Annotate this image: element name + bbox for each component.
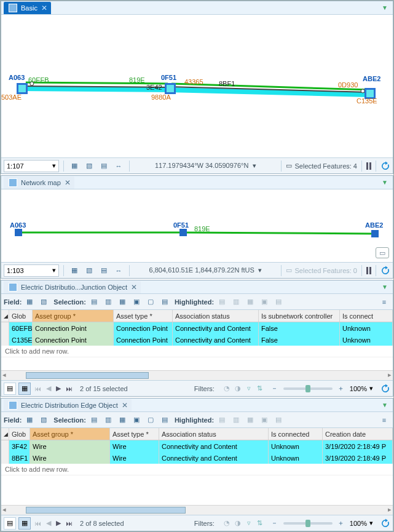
tool-icon-2[interactable]: ▧ <box>83 264 95 277</box>
zoom-out-icon[interactable]: － <box>269 517 281 530</box>
field-calc-icon[interactable]: ▧ <box>37 296 50 308</box>
nm-node-b[interactable] <box>179 229 187 236</box>
nm-node-a[interactable] <box>15 229 22 236</box>
sel-icon-6[interactable]: ▤ <box>159 296 171 308</box>
filter-extent-icon[interactable]: ▿ <box>244 519 254 528</box>
dropdown-icon[interactable]: ▼ <box>379 4 390 11</box>
new-row[interactable]: Click to add new row. <box>1 346 393 357</box>
hscroll[interactable]: ◂ ▸ <box>1 505 393 515</box>
tool-icon-3[interactable]: ▤ <box>98 264 110 277</box>
edge-toolbar: Field: ▦ ▧ Selection: ▤ ▥ ▦ ▣ ▢ ▤ Highli… <box>1 412 393 428</box>
zoom-in-icon[interactable]: ＋ <box>335 517 347 530</box>
sel-icon-3[interactable]: ▦ <box>116 414 128 426</box>
sel-icon-3[interactable]: ▦ <box>116 296 128 308</box>
overview-icon[interactable]: ▭ <box>376 247 389 258</box>
view-selected-button[interactable]: ▦ <box>18 517 31 530</box>
table-row[interactable]: 60EFB Connection Point Connection Point … <box>1 322 393 334</box>
sel-icon-1[interactable]: ▤ <box>88 414 100 426</box>
edge-grid[interactable]: ◢ Glob Asset group * Asset type * Associ… <box>1 428 393 515</box>
last-icon[interactable]: ⏭ <box>65 385 74 392</box>
coordinates[interactable]: 6,804,610.51E 1,844,879.22N ftUS ▾ <box>134 266 277 274</box>
field-add-icon[interactable]: ▦ <box>23 414 36 426</box>
scale-input[interactable]: 1:103▾ <box>4 264 59 277</box>
zoom-out-icon[interactable]: － <box>269 383 281 395</box>
tab-basic[interactable]: Basic ✕ <box>4 2 51 14</box>
tab-network[interactable]: Network map ✕ <box>4 177 74 189</box>
refresh-icon[interactable] <box>380 266 390 276</box>
sel-icon-5[interactable]: ▢ <box>144 296 157 308</box>
node-a063[interactable] <box>17 83 28 94</box>
network-titlebar: Network map ✕ ▼ <box>1 176 393 189</box>
close-icon[interactable]: ✕ <box>65 178 71 187</box>
refresh-icon[interactable] <box>380 161 390 171</box>
zoom-in-icon[interactable]: ＋ <box>335 383 347 395</box>
table-row[interactable]: 3F42 Wire Wire Connectivity and Content … <box>1 440 393 452</box>
filter-updown-icon[interactable]: ⇅ <box>255 384 265 393</box>
basic-canvas[interactable]: A063 0F51 ABE2 60EFB 503AE 819E 3E42 433… <box>1 15 393 157</box>
hl-icon-3: ▦ <box>244 296 256 308</box>
zoom-control[interactable]: － ＋ 100%▾ <box>269 383 373 395</box>
dropdown-icon[interactable]: ▼ <box>379 284 390 290</box>
field-add-icon[interactable]: ▦ <box>23 296 36 308</box>
table-row[interactable]: C135E Connection Point Connection Point … <box>1 334 393 346</box>
sel-icon-1[interactable]: ▤ <box>88 296 100 308</box>
tool-icon-1[interactable]: ▦ <box>68 160 81 172</box>
filter-range-icon: ◑ <box>233 519 243 528</box>
prev-icon: ◀ <box>45 384 52 392</box>
pause-button[interactable] <box>366 267 371 274</box>
tool-icon-2[interactable]: ▧ <box>83 160 95 172</box>
tool-icon-3[interactable]: ▤ <box>98 160 110 172</box>
hscroll[interactable]: ◂ ▸ <box>1 370 393 380</box>
filter-extent-icon[interactable]: ▿ <box>244 384 254 393</box>
dropdown-icon[interactable]: ▼ <box>379 402 390 408</box>
sel-icon-4[interactable]: ▣ <box>130 296 143 308</box>
tool-icon-1[interactable]: ▦ <box>68 264 81 277</box>
view-selected-button[interactable]: ▦ <box>18 383 31 395</box>
edge-titlebar: Electric Distribution Edge Object ✕ ▼ <box>1 399 393 412</box>
field-calc-icon[interactable]: ▧ <box>37 414 50 426</box>
junction-grid[interactable]: ◢ Glob Asset group * Asset type * Associ… <box>1 310 393 380</box>
zoom-control[interactable]: － ＋ 100%▾ <box>269 517 373 530</box>
select-icon: ▭ <box>286 162 292 170</box>
close-icon[interactable]: ✕ <box>122 401 128 410</box>
hl-icon-2: ▥ <box>230 414 242 426</box>
view-all-button[interactable]: ▤ <box>4 383 16 395</box>
next-icon[interactable]: ▶ <box>55 519 62 527</box>
close-icon[interactable]: ✕ <box>41 4 47 12</box>
tool-icon-4[interactable]: ↔ <box>112 160 125 172</box>
expand-icon[interactable]: ◢ <box>4 431 8 437</box>
sel-icon-5[interactable]: ▢ <box>144 414 157 426</box>
hl-icon-4: ▣ <box>258 296 270 308</box>
network-canvas[interactable]: A063 0F51 ABE2 819E ▭ <box>1 189 393 262</box>
filter-updown-icon[interactable]: ⇅ <box>255 519 265 528</box>
menu-icon[interactable]: ≡ <box>378 296 390 308</box>
scale-input[interactable]: 1:107▾ <box>4 160 59 172</box>
table-row[interactable]: 8BF1 Wire Wire Connectivity and Content … <box>1 452 393 464</box>
tool-icon-4[interactable]: ↔ <box>112 264 125 277</box>
pause-button[interactable] <box>366 162 371 170</box>
first-icon: ⏮ <box>33 385 42 392</box>
map-icon <box>9 4 17 12</box>
refresh-icon[interactable] <box>380 518 390 528</box>
next-icon[interactable]: ▶ <box>55 384 62 392</box>
tab-junction[interactable]: Electric Distributio...Junction Object ✕ <box>4 281 141 293</box>
refresh-icon[interactable] <box>380 384 390 394</box>
sel-icon-2[interactable]: ▥ <box>102 296 114 308</box>
node-0f51[interactable] <box>165 83 176 94</box>
dropdown-icon[interactable]: ▼ <box>379 179 390 186</box>
selected-features[interactable]: ▭ Selected Features: 4 <box>286 162 357 170</box>
hl-icon-1: ▤ <box>216 296 228 308</box>
sel-icon-2[interactable]: ▥ <box>102 414 114 426</box>
close-icon[interactable]: ✕ <box>131 283 137 292</box>
menu-icon[interactable]: ≡ <box>378 414 390 426</box>
view-all-button[interactable]: ▤ <box>4 517 16 530</box>
nm-node-c[interactable] <box>371 230 379 237</box>
sel-icon-4[interactable]: ▣ <box>130 414 143 426</box>
tab-edge[interactable]: Electric Distribution Edge Object ✕ <box>4 399 132 411</box>
coordinates[interactable]: 117.1979434°W 34.0590976°N ▾ <box>134 162 277 170</box>
new-row[interactable]: Click to add new row. <box>1 464 393 475</box>
sel-icon-6[interactable]: ▤ <box>159 414 171 426</box>
last-icon[interactable]: ⏭ <box>65 520 74 527</box>
expand-icon[interactable]: ◢ <box>4 313 8 319</box>
svg-line-0 <box>20 89 168 90</box>
